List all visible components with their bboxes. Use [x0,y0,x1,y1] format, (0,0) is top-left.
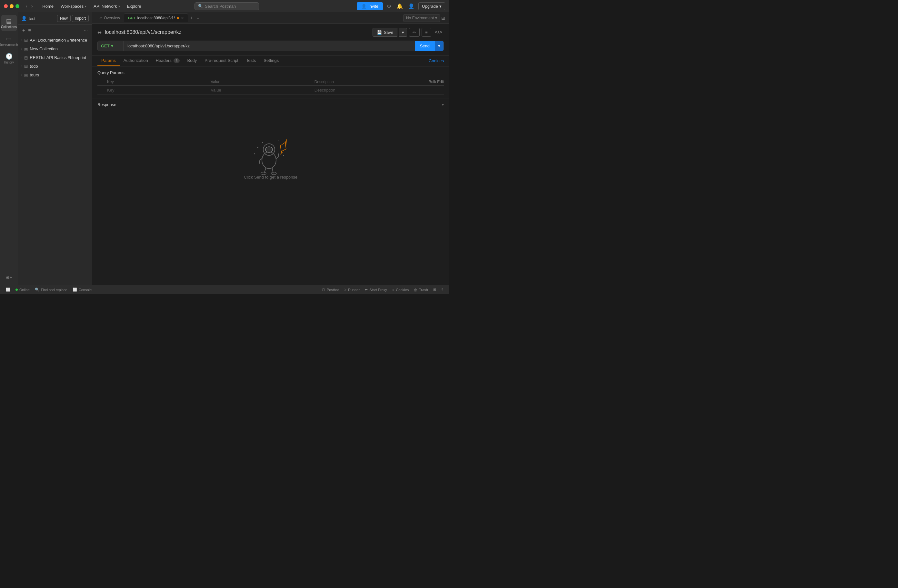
value-input[interactable] [211,88,314,92]
tab-close-button[interactable]: ✕ [181,16,184,20]
new-button[interactable]: New [57,15,71,22]
tab-prerequest[interactable]: Pre-request Script [201,55,242,66]
user-icon: 👤 [21,16,27,21]
status-help[interactable]: ? [439,288,446,292]
collection-icon: ▤ [24,64,28,69]
method-select[interactable]: GET ▾ [98,41,123,51]
status-postbot[interactable]: ⬡ Postbot [319,287,341,292]
upgrade-arrow: ▾ [439,4,441,9]
request-title: localhost:8080/api/v1/scrapper/kz [105,29,181,35]
tab-overview[interactable]: ↗ Overview [95,14,124,22]
maximize-button[interactable] [15,4,19,8]
upgrade-button[interactable]: Upgrade ▾ [418,2,445,10]
request-tabs: Params Authorization Headers 6 Body Pre-… [92,55,449,66]
key-input[interactable] [107,88,211,92]
status-trash[interactable]: 🗑 Trash [411,288,431,292]
settings-icon-button[interactable]: ⚙ [386,2,392,11]
sidebar-item-add-workspace[interactable]: ⊞+ [1,272,17,282]
sidebar-item-collections[interactable]: ▤ Collections [1,15,17,31]
add-collection-button[interactable]: + [21,27,26,34]
runner-icon: ▷ [344,287,346,292]
bulk-edit-button[interactable]: Bulk Edit [429,80,444,84]
filter-button[interactable]: ≡ [27,27,32,34]
status-pane-toggle[interactable]: ⬜ [3,285,13,294]
status-start-proxy[interactable]: ⬌ Start Proxy [362,287,389,292]
tab-body[interactable]: Body [183,55,201,66]
cookies-link[interactable]: Cookies [429,58,444,63]
tab-overview-label: Overview [104,16,120,20]
tab-tests[interactable]: Tests [242,55,260,66]
pane-icon: ⬜ [6,287,10,292]
save-button[interactable]: 💾 Save [372,28,398,37]
titlebar-right: 👤 Invite ⚙ 🔔 👤 Upgrade ▾ [357,2,445,11]
minimize-button[interactable] [10,4,14,8]
workspaces-nav[interactable]: Workspaces ▾ [57,3,90,10]
response-section: Response ▾ [92,99,449,202]
env-settings-button[interactable]: ⊞ [440,14,446,22]
back-button[interactable]: ‹ [25,3,29,9]
desc-input-wrapper [315,88,418,92]
collection-icon: ▤ [24,38,28,43]
collection-item-tours[interactable]: › ▤ tours [18,71,92,79]
invite-button[interactable]: 👤 Invite [357,2,383,10]
status-find-replace[interactable]: 🔍 Find and replace [32,285,70,294]
astronaut-illustration: Click Send to get a response [234,123,307,189]
tab-headers[interactable]: Headers 6 [152,55,183,66]
explore-nav[interactable]: Explore [124,3,145,10]
collection-icon: ▤ [24,55,28,60]
chevron-right-icon: › [21,47,22,51]
docs-icon-button[interactable]: ≡ [421,28,431,37]
tab-authorization[interactable]: Authorization [120,55,152,66]
send-button[interactable]: Send [415,41,435,51]
sidebar-item-environments[interactable]: ▭ Environments [1,32,17,49]
titlebar-nav: Home Workspaces ▾ API Network ▾ Explore [39,3,144,10]
save-dropdown-button[interactable]: ▾ [399,28,407,37]
tab-request[interactable]: GET localhost:8080/api/v1/ ✕ [124,14,188,22]
send-dropdown-button[interactable]: ▾ [435,41,443,51]
collection-item-restful[interactable]: › ▤ RESTful API Basics #blueprint [18,53,92,62]
tab-settings[interactable]: Settings [260,55,283,66]
titlebar: ‹ › Home Workspaces ▾ API Network ▾ Expl… [0,0,449,12]
collection-icon: ▤ [24,73,28,77]
status-online[interactable]: Online [13,285,32,294]
collection-item-todo[interactable]: › ▤ todo [18,62,92,71]
tab-params[interactable]: Params [97,55,120,66]
close-button[interactable] [4,4,8,8]
status-console[interactable]: ⬜ Console [70,285,94,294]
notifications-icon-button[interactable]: 🔔 [395,2,404,11]
import-button[interactable]: Import [72,15,89,22]
avatar-icon-button[interactable]: 👤 [407,2,416,11]
api-network-nav[interactable]: API Network ▾ [90,3,123,10]
forward-button[interactable]: › [30,3,34,9]
environments-label: Environments [0,43,19,46]
collection-item-api-doc[interactable]: › ▤ API Documentation #reference [18,36,92,45]
chevron-right-icon: › [21,38,22,42]
code-icon-button[interactable]: </> [433,28,444,37]
collection-list: › ▤ API Documentation #reference › ▤ New… [18,36,92,285]
add-workspace-icon: ⊞+ [6,275,12,280]
search-bar[interactable]: 🔍 Search Postman [194,2,259,10]
url-input[interactable] [123,41,415,51]
status-bar: ⬜ Online 🔍 Find and replace ⬜ Console ⬡ … [0,285,449,294]
home-nav[interactable]: Home [39,3,57,10]
sidebar-icons: ▤ Collections ▭ Environments 🕐 History ⊞… [0,12,18,285]
desc-input[interactable] [315,88,418,92]
status-runner[interactable]: ▷ Runner [341,287,362,292]
add-tab-button[interactable]: + [188,14,195,21]
status-cookies[interactable]: ○ Cookies [390,288,411,292]
chevron-right-icon: › [21,64,22,68]
main-layout: ▤ Collections ▭ Environments 🕐 History ⊞… [0,12,449,285]
panel-user: 👤 test [21,16,35,21]
environment-select[interactable]: No Environment ▾ [403,14,440,22]
tab-more-button[interactable]: ··· [195,15,203,21]
response-header[interactable]: Response ▾ [97,99,444,110]
method-label: GET [101,43,110,48]
edit-icon-button[interactable]: ✏ [409,28,420,37]
sidebar-item-history[interactable]: 🕐 History [1,50,17,67]
response-chevron-icon: ▾ [442,103,444,107]
svg-point-5 [257,147,258,148]
status-grid[interactable]: ⊞ [431,287,439,292]
collections-more-button[interactable]: ··· [83,27,89,34]
collection-item-new-coll[interactable]: › ▤ New Collection [18,45,92,53]
svg-point-0 [262,152,276,169]
